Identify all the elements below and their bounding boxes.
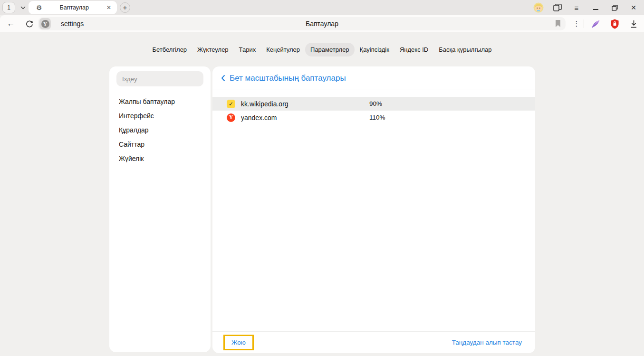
browser-window: 1 ⚙ Баптаулар ✕ + [0,0,644,356]
row-checkbox-checked[interactable]: ✓ [227,100,235,108]
tab-title: Баптаулар [42,4,106,11]
panels-icon [553,4,562,11]
tab-extensions[interactable]: Кеңейтулер [261,43,305,56]
zoom-settings-panel: Бет масштабының баптаулары ✓ kk.wikipedi… [212,66,535,353]
sidebar-list: Жалпы баптаулар Интерфейс Құралдар Сайтт… [109,94,211,166]
bookmark-button[interactable] [555,20,561,29]
browser-tab[interactable]: ⚙ Баптаулар ✕ [29,1,117,14]
bookmark-icon [555,20,561,28]
site-zoom-list: ✓ kk.wikipedia.org 90% Y yandex.com 110% [212,97,535,124]
reload-button[interactable] [21,15,38,32]
reload-icon [26,20,33,28]
table-row[interactable]: ✓ kk.wikipedia.org 90% [212,97,535,111]
tab-list-dropdown-button[interactable] [18,2,28,13]
download-icon [630,20,637,28]
settings-nav: Бетбелгілер Жүктеулер Тарих Кеңейтулер П… [0,43,644,56]
avatar-icon [533,2,544,13]
downloads-button[interactable] [625,15,642,32]
table-row[interactable]: Y yandex.com 110% [212,111,535,124]
plugin-feather-button[interactable] [587,15,604,32]
sidebar-item-interface[interactable]: Интерфейс [109,109,211,123]
zoom-value: 110% [369,114,385,121]
sidebar-item-tools[interactable]: Құралдар [109,123,211,137]
back-icon: ← [7,19,15,28]
address-text[interactable]: settings [61,17,84,30]
yandex-site-icon: Y [41,20,49,28]
panel-back-button[interactable] [221,75,225,82]
tab-close-icon[interactable]: ✕ [106,4,111,11]
zoom-value: 90% [369,100,382,107]
tab-bookmarks[interactable]: Бетбелгілер [147,43,192,56]
panel-title: Бет масштабының баптаулары [230,74,346,83]
deselect-all-link[interactable]: Таңдаудан алып тастау [452,339,522,346]
gear-icon: ⚙ [36,4,42,11]
new-tab-button[interactable]: + [120,2,130,13]
profile-avatar[interactable] [531,0,546,15]
settings-search-box[interactable] [116,71,203,86]
chevron-down-icon [20,6,26,9]
yandex-favicon: Y [227,113,235,122]
chevron-left-icon [221,75,225,82]
sidebar-item-system[interactable]: Жүйелік [109,151,211,166]
tab-other-devices[interactable]: Басқа құрылғылар [433,43,497,56]
search-input[interactable] [116,75,203,83]
tab-counter-button[interactable]: 1 [2,2,15,13]
settings-sidebar: Жалпы баптаулар Интерфейс Құралдар Сайтт… [109,66,211,352]
site-name: yandex.com [241,114,277,122]
site-badge[interactable]: Y [39,18,51,29]
sidebar-item-sites[interactable]: Сайттар [109,137,211,151]
back-button[interactable]: ← [3,15,19,32]
tab-strip: 1 ⚙ Баптаулар ✕ + [0,0,644,15]
tab-history[interactable]: Тарих [234,43,261,56]
close-window-button[interactable]: ✕ [626,0,641,15]
check-icon: ✓ [229,101,233,107]
kebab-menu-icon: ⋮ [573,19,580,28]
minimize-button[interactable] [588,0,603,15]
tab-yandex-id[interactable]: Яндекс ID [394,43,433,56]
panel-header: Бет масштабының баптаулары [212,66,535,90]
delete-button[interactable]: Жою [223,335,254,350]
side-panels-button[interactable] [550,0,565,15]
toolbar-divider [584,19,584,28]
site-name: kk.wikipedia.org [241,100,288,108]
close-icon: ✕ [631,4,636,11]
protect-button[interactable] [606,15,623,32]
feather-icon [591,19,600,28]
tab-downloads[interactable]: Жүктеулер [192,43,234,56]
browser-menu-button[interactable]: ≡ [569,0,584,15]
browser-toolbar: ← Y settings Баптаулар ⋮ [0,15,644,32]
panel-footer: Жою Таңдаудан алып тастау [212,331,535,353]
hamburger-icon: ≡ [575,4,579,12]
shield-lock-icon [610,19,619,29]
tab-security[interactable]: Қауіпсіздік [355,43,394,56]
address-more-button[interactable]: ⋮ [568,15,585,32]
minimize-icon [593,9,598,10]
restore-icon [612,5,618,11]
sidebar-item-general[interactable]: Жалпы баптаулар [109,94,211,109]
tab-settings[interactable]: Параметрлер [305,43,355,56]
address-bar[interactable]: Y settings [38,17,566,30]
restore-window-button[interactable] [607,0,622,15]
empty-area [212,124,535,331]
